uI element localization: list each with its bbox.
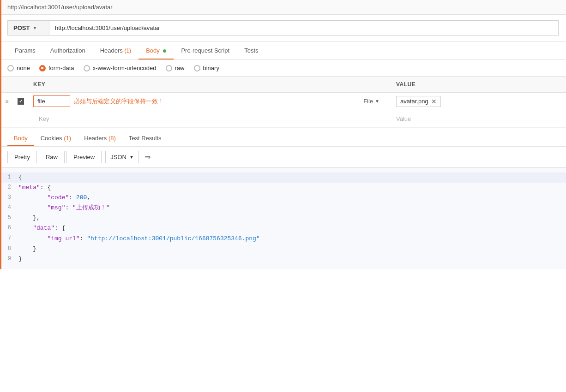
top-url-text: http://localhost:3001/user/upload/avatar: [7, 4, 113, 11]
code-line-4: 4 "msg": "上传成功！": [0, 203, 566, 213]
request-bar: POST ▼: [0, 15, 566, 42]
raw-button[interactable]: Raw: [39, 151, 65, 163]
tab-pre-request-script[interactable]: Pre-request Script: [174, 42, 237, 59]
body-dot-indicator: [163, 49, 166, 53]
code-line-3: 3 "code": 200,: [0, 193, 566, 203]
body-type-urlencoded[interactable]: x-www-form-urlencoded: [84, 65, 157, 71]
code-line-5: 5 },: [0, 213, 566, 223]
file-type-label: File: [363, 98, 373, 105]
body-type-raw[interactable]: raw: [166, 65, 185, 71]
key-placeholder: Key: [33, 113, 54, 124]
method-select[interactable]: POST ▼: [7, 20, 49, 36]
response-body-code: 1 { 2 "meta": { 3 "code": 200, 4 "msg": …: [0, 168, 566, 269]
tab-tests[interactable]: Tests: [237, 42, 265, 59]
tab-authorization[interactable]: Authorization: [43, 42, 93, 59]
headers-badge: (1): [124, 48, 131, 54]
response-toolbar: Pretty Raw Preview JSON ▼ ⇒: [0, 147, 566, 168]
drag-handle-icon[interactable]: ≡: [0, 98, 14, 105]
code-line-6: 6 "data": {: [0, 223, 566, 233]
table-header-row: KEY VALUE: [0, 77, 566, 93]
radio-none: [7, 65, 14, 71]
code-line-9: 9 }: [0, 254, 566, 264]
chevron-down-icon: ▼: [375, 99, 379, 104]
key-field[interactable]: [33, 95, 70, 107]
tab-params[interactable]: Params: [7, 42, 43, 59]
wrap-icon[interactable]: ⇒: [141, 150, 154, 164]
cookies-badge: (1): [64, 135, 71, 142]
code-line-7: 7 "img_url": "http://localhost:3001/publ…: [0, 234, 566, 244]
radio-form-data: [39, 65, 46, 71]
table-placeholder-row: Key Value: [0, 110, 566, 128]
table-row: ≡ 必须与后端定义的字段保持一致！ File ▼ avatar.png ✕: [0, 93, 566, 110]
key-description: 必须与后端定义的字段保持一致！: [74, 97, 164, 106]
format-label: JSON: [110, 154, 126, 160]
file-name: avatar.png: [400, 98, 428, 105]
resp-tab-headers[interactable]: Headers (8): [78, 130, 122, 146]
row-checkbox[interactable]: [14, 98, 28, 105]
chevron-down-icon: ▼: [129, 154, 134, 160]
remove-file-icon[interactable]: ✕: [431, 98, 437, 105]
chevron-down-icon: ▼: [32, 25, 37, 30]
file-type-dropdown[interactable]: File ▼: [363, 98, 385, 105]
key-column-header: KEY: [28, 79, 391, 89]
radio-urlencoded: [84, 65, 90, 71]
form-data-table: KEY VALUE ≡ 必须与后端定义的字段保持一致！ File ▼ avata…: [0, 77, 566, 128]
request-tabs: Params Authorization Headers (1) Body Pr…: [0, 42, 566, 60]
key-placeholder-cell: Key: [28, 112, 391, 126]
value-placeholder-cell: Value: [391, 113, 566, 124]
tab-body[interactable]: Body: [138, 42, 174, 59]
method-label: POST: [13, 24, 30, 31]
radio-binary: [194, 65, 200, 71]
code-line-8: 8 }: [0, 244, 566, 254]
url-input[interactable]: [49, 20, 559, 36]
response-tabs: Body Cookies (1) Headers (8) Test Result…: [0, 130, 566, 147]
value-column-header: VALUE: [391, 79, 566, 89]
headers-response-badge: (8): [108, 135, 116, 142]
checkbox-checked[interactable]: [18, 98, 24, 105]
body-type-none[interactable]: none: [7, 65, 30, 71]
format-select[interactable]: JSON ▼: [105, 151, 139, 163]
body-type-binary[interactable]: binary: [194, 65, 219, 71]
top-url-bar: http://localhost:3001/user/upload/avatar: [0, 0, 566, 15]
body-type-form-data[interactable]: form-data: [39, 65, 74, 71]
key-cell: 必须与后端定义的字段保持一致！ File ▼: [28, 94, 391, 109]
resp-tab-body[interactable]: Body: [7, 130, 34, 146]
code-line-2: 2 "meta": {: [0, 183, 566, 193]
resp-tab-cookies[interactable]: Cookies (1): [34, 130, 78, 146]
pretty-button[interactable]: Pretty: [7, 151, 37, 163]
body-type-selector: none form-data x-www-form-urlencoded raw…: [0, 60, 566, 77]
resp-tab-test-results[interactable]: Test Results: [122, 130, 168, 146]
value-cell: avatar.png ✕: [391, 94, 566, 109]
code-line-1: 1 {: [0, 172, 566, 183]
file-tag: avatar.png ✕: [396, 96, 441, 107]
tab-headers[interactable]: Headers (1): [93, 42, 138, 59]
preview-button[interactable]: Preview: [66, 151, 102, 163]
radio-raw: [166, 65, 172, 71]
value-placeholder: Value: [396, 115, 411, 122]
